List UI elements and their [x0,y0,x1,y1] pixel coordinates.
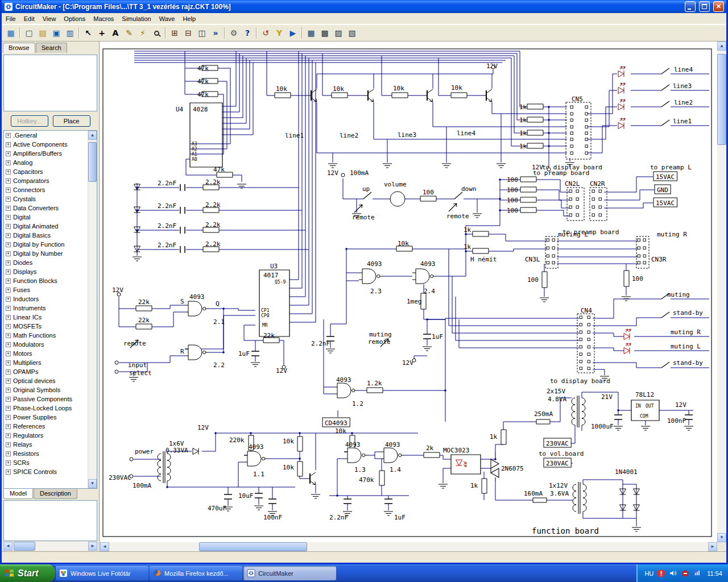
close-button[interactable] [713,1,724,12]
category-item[interactable]: Fuses [4,285,88,294]
category-item[interactable]: Regulators [4,431,88,440]
category-item[interactable]: Digital by Function [4,240,88,249]
scroll-down-icon[interactable]: ▼ [88,479,97,488]
category-item[interactable]: Inductors [4,294,88,304]
category-item[interactable]: SCRs [4,458,88,467]
category-item[interactable]: Resistors [4,449,88,458]
hotkey-button[interactable]: Hotkey... [11,115,48,127]
scroll-left-icon[interactable]: ◄ [3,542,13,551]
security-shield-icon[interactable] [657,569,665,577]
category-item[interactable]: Math Functions [4,331,88,340]
digital-panel-4-button[interactable]: ▧ [345,26,359,40]
expand-icon[interactable] [6,242,11,247]
expand-icon[interactable] [6,142,11,147]
expand-icon[interactable] [6,333,11,338]
canvas-scroll-up-icon[interactable]: ▲ [717,41,726,51]
run-simulation-button[interactable]: ▶ [286,26,300,40]
scroll-up-icon[interactable]: ▲ [88,131,97,140]
category-item[interactable]: Crystals [4,194,88,203]
category-item[interactable]: Motors [4,349,88,358]
network-icon[interactable] [693,569,701,577]
category-item[interactable]: OPAMPs [4,367,88,376]
expand-icon[interactable] [6,224,11,229]
save-file-button[interactable]: ▣ [49,26,63,40]
zoom-in-tool-button[interactable]: + [95,26,109,40]
expand-icon[interactable] [6,415,11,420]
expand-icon[interactable] [6,406,11,411]
probe-tool-button[interactable]: ⚡ [136,26,150,40]
expand-icon[interactable] [6,133,11,138]
sidebar-hscrollbar[interactable]: ◄ ► [3,542,97,551]
category-item[interactable]: Data Converters [4,203,88,213]
tree-scroll-thumb[interactable] [88,142,97,182]
expand-icon[interactable] [6,215,11,220]
tree-scrollbar[interactable]: ▲ ▼ [88,131,97,488]
expand-icon[interactable] [6,297,11,302]
category-item[interactable]: .General [4,131,88,140]
expand-icon[interactable] [6,451,11,456]
maximize-button[interactable] [699,1,710,12]
category-item[interactable]: Amplifiers/Buffers [4,149,88,158]
tab-model[interactable]: Model [3,489,33,499]
tab-browse[interactable]: Browse [3,43,35,53]
canvas-hscroll-thumb[interactable] [199,542,307,551]
category-item[interactable]: Original Symbols [4,385,88,394]
wrench-options-button[interactable]: ⚙ [227,26,241,40]
category-item[interactable]: Modulators [4,340,88,349]
minimize-button[interactable] [685,1,696,12]
expand-icon[interactable] [6,269,11,275]
task-firefox[interactable]: Mozilla Firefox kezdő... [150,566,242,580]
category-item[interactable]: Power Supplies [4,413,88,422]
category-item[interactable]: SPICE Controls [4,467,88,476]
expand-icon[interactable] [6,288,11,293]
expand-icon[interactable] [6,388,11,393]
expand-icon[interactable] [6,360,11,365]
text-tool-button[interactable]: A [109,26,122,40]
category-item[interactable]: References [4,422,88,431]
menu-options[interactable]: Options [60,14,89,24]
expand-icon[interactable] [6,442,11,447]
find-part-button[interactable]: ⊞ [168,26,181,40]
canvas-vscroll-thumb[interactable] [717,54,726,145]
canvas-scroll-down-icon[interactable]: ▼ [717,533,726,542]
expand-icon[interactable] [6,397,11,402]
task-circuitmaker[interactable]: CircuitMaker [243,566,336,580]
expand-icon[interactable] [6,306,11,311]
expand-icon[interactable] [6,460,11,465]
place-button[interactable]: Place [53,115,90,127]
category-item[interactable]: Linear ICs [4,313,88,322]
schematic-drawing[interactable]: 47k47k47kU44028A3A2A1A047k10k10k10k10k12… [102,47,718,548]
rotate-part-button[interactable]: ⊟ [181,26,195,40]
expand-icon[interactable] [6,160,11,165]
menu-view[interactable]: View [39,14,60,24]
menu-edit[interactable]: Edit [20,14,39,24]
expand-icon[interactable] [6,369,11,375]
category-item[interactable]: Active Components [4,140,88,149]
canvas-scroll-left-icon[interactable]: ◄ [100,542,109,551]
expand-icon[interactable] [6,424,11,429]
new-file-button[interactable]: ▢ [22,26,36,40]
undo-button[interactable]: ↺ [259,26,272,40]
tab-search[interactable]: Search [36,43,67,53]
category-item[interactable]: Multipliers [4,358,88,367]
category-item[interactable]: Passive Components [4,394,88,404]
digital-panel-1-button[interactable]: ▦ [304,26,318,40]
category-item[interactable]: Optical devices [4,376,88,385]
category-item[interactable]: Phase-Locked Loops [4,404,88,413]
menu-wave[interactable]: Wave [155,14,179,24]
task-windows-live[interactable]: Windows Live Fotótár [56,566,148,580]
schematic-canvas[interactable]: 47k47k47kU44028A3A2A1A047k10k10k10k10k12… [100,41,726,551]
canvas-scroll-right-icon[interactable]: ► [708,542,717,551]
sidebar-hscroll-thumb[interactable] [14,542,35,551]
help-button[interactable]: ? [241,26,254,40]
category-item[interactable]: Connectors [4,185,88,194]
tab-description[interactable]: Description [34,489,77,499]
category-item[interactable]: Comparators [4,176,88,185]
expand-icon[interactable] [6,233,11,238]
update-badge-icon[interactable] [681,569,689,577]
category-item[interactable]: Digital [4,213,88,222]
category-item[interactable]: Function Blocks [4,276,88,285]
print-button[interactable]: ▥ [63,26,77,40]
expand-icon[interactable] [6,433,11,438]
category-item[interactable]: Analog [4,158,88,167]
